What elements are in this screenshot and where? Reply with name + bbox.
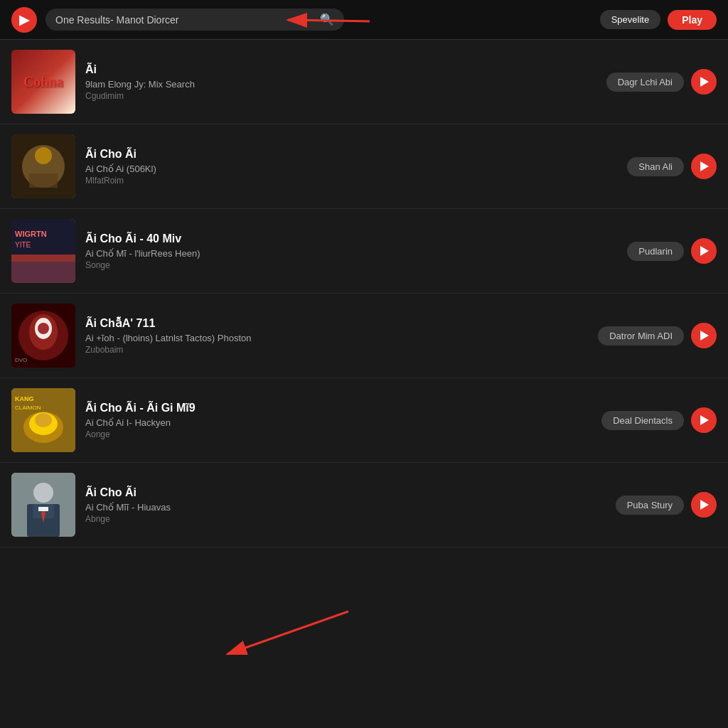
play-button[interactable]: [691, 154, 717, 179]
album-art: DVO: [11, 304, 75, 368]
svg-point-2: [35, 147, 52, 164]
item-subtitle: Ai Chố Ai I- Hackyen: [85, 417, 592, 428]
art-text: Cohna: [21, 71, 67, 93]
list-item[interactable]: WIGRTN YITE Ãi Cho Ãi - 40 Miv Ai Chố Mĩ…: [0, 209, 728, 294]
svg-line-30: [228, 611, 348, 654]
search-button[interactable]: 🔍: [320, 13, 334, 26]
play-button[interactable]: [691, 407, 717, 433]
item-title: Ãi Cho Ãi: [85, 148, 617, 161]
list-item[interactable]: Ãi Cho Ãi Ai Chố Mĩĩ - Hiuavas Abnge Pub…: [0, 463, 728, 547]
svg-point-13: [38, 323, 49, 334]
item-subtitle: Ai Chố Mĩĩ - Hiuavas: [85, 502, 606, 513]
play-button[interactable]: [691, 69, 717, 95]
item-info: Ãi 9lam Elong Jy: Mix Search Cgudimim: [85, 63, 596, 101]
page-wrapper: ▶ 🔍 Spevelite Play Cohna Ãi 9lam Elong J…: [0, 0, 728, 547]
svg-rect-26: [38, 507, 48, 511]
logo-icon: ▶: [19, 12, 29, 28]
list-item[interactable]: Ãi Cho Ãi Ai Chố Ai (506Kl) MlfatRoim Sh…: [0, 124, 728, 209]
search-bar: 🔍: [46, 9, 344, 31]
svg-text:YITE: YITE: [15, 241, 31, 249]
list-item[interactable]: Cohna Ãi 9lam Elong Jy: Mix Search Cgudi…: [0, 40, 728, 124]
action-label-button[interactable]: Dagr Lchi Abi: [606, 73, 684, 92]
logo-button[interactable]: ▶: [11, 7, 37, 33]
art-svg: [11, 473, 75, 537]
item-type: Cgudimim: [85, 91, 596, 101]
svg-point-22: [33, 483, 53, 503]
results-list: Cohna Ãi 9lam Elong Jy: Mix Search Cgudi…: [0, 40, 728, 547]
item-type: MlfatRoim: [85, 176, 617, 186]
art-svg: [11, 134, 75, 198]
item-info: Ãi ChẫA' 711 Ai +ĩoh - (lhoins) Latnlst …: [85, 316, 588, 355]
svg-text:WIGRTN: WIGRTN: [15, 230, 47, 238]
item-type: Aonge: [85, 429, 592, 439]
item-subtitle: Ai +ĩoh - (lhoins) Latnlst Tactos) Phost…: [85, 333, 588, 343]
header-right: Spevelite Play: [600, 10, 717, 30]
play-icon: [700, 415, 709, 425]
list-item[interactable]: DVO Ãi ChẫA' 711 Ai +ĩoh - (lhoins) Latn…: [0, 294, 728, 378]
item-type: Zubobaim: [85, 345, 588, 355]
item-subtitle: Ai Chố Mĩ - l'liurRees Heen): [85, 248, 617, 259]
header: ▶ 🔍 Spevelite Play: [0, 0, 728, 40]
art-svg: KANG CLAIMON: [11, 388, 75, 452]
item-actions: Shan Ali: [627, 154, 717, 179]
play-icon: [700, 77, 709, 87]
play-header-button[interactable]: Play: [668, 10, 717, 30]
play-button[interactable]: [691, 238, 717, 264]
search-input[interactable]: [55, 14, 314, 26]
album-art: KANG CLAIMON: [11, 388, 75, 452]
item-title: Ãi Cho Ãi - 40 Miv: [85, 232, 617, 245]
item-subtitle: 9lam Elong Jy: Mix Search: [85, 79, 596, 90]
svg-rect-3: [29, 173, 58, 188]
item-type: Abnge: [85, 514, 606, 524]
album-art: [11, 134, 75, 198]
list-item[interactable]: KANG CLAIMON Ãi Cho Ãi - Ãi Gi Mĩ9 Ai Ch…: [0, 378, 728, 463]
item-title: Ãi Cho Ãi - Ãi Gi Mĩ9: [85, 402, 592, 414]
item-title: Ãi ChẫA' 711: [85, 316, 588, 330]
album-art: Cohna: [11, 50, 75, 114]
item-info: Ãi Cho Ãi - 40 Miv Ai Chố Mĩ - l'liurRee…: [85, 232, 617, 270]
art-svg: WIGRTN YITE: [11, 219, 75, 283]
svg-rect-8: [11, 262, 75, 283]
svg-text:CLAIMON: CLAIMON: [15, 405, 41, 411]
action-label-button[interactable]: Puba Stury: [616, 496, 684, 515]
album-art: [11, 473, 75, 537]
action-label-button[interactable]: Shan Ali: [627, 157, 684, 176]
action-label-button[interactable]: Pudlarin: [627, 242, 684, 261]
item-actions: Dagr Lchi Abi: [606, 69, 717, 95]
play-icon: [700, 500, 709, 510]
svg-text:KANG: KANG: [15, 395, 34, 402]
album-art: WIGRTN YITE: [11, 219, 75, 283]
item-title: Ãi Cho Ãi: [85, 486, 606, 499]
play-icon: [700, 331, 709, 341]
item-info: Ãi Cho Ãi Ai Chố Ai (506Kl) MlfatRoim: [85, 148, 617, 186]
spevelite-button[interactable]: Spevelite: [600, 10, 660, 29]
item-actions: Deal Dientacls: [601, 407, 717, 433]
item-actions: Pudlarin: [627, 238, 717, 264]
play-icon: [700, 246, 709, 256]
action-label-button[interactable]: Deal Dientacls: [601, 411, 684, 430]
svg-text:DVO: DVO: [15, 357, 27, 363]
play-button[interactable]: [691, 323, 717, 348]
play-button[interactable]: [691, 492, 717, 518]
item-title: Ãi: [85, 63, 596, 76]
play-icon: [700, 161, 709, 171]
item-type: Songe: [85, 260, 617, 270]
action-label-button[interactable]: Datror Mim ADI: [598, 326, 684, 346]
item-actions: Datror Mim ADI: [598, 323, 717, 348]
svg-point-18: [35, 413, 52, 427]
item-actions: Puba Stury: [616, 492, 717, 518]
item-info: Ãi Cho Ãi Ai Chố Mĩĩ - Hiuavas Abnge: [85, 486, 606, 524]
item-subtitle: Ai Chố Ai (506Kl): [85, 164, 617, 174]
item-info: Ãi Cho Ãi - Ãi Gi Mĩ9 Ai Chố Ai I- Hacky…: [85, 402, 592, 439]
art-svg: DVO: [11, 304, 75, 368]
